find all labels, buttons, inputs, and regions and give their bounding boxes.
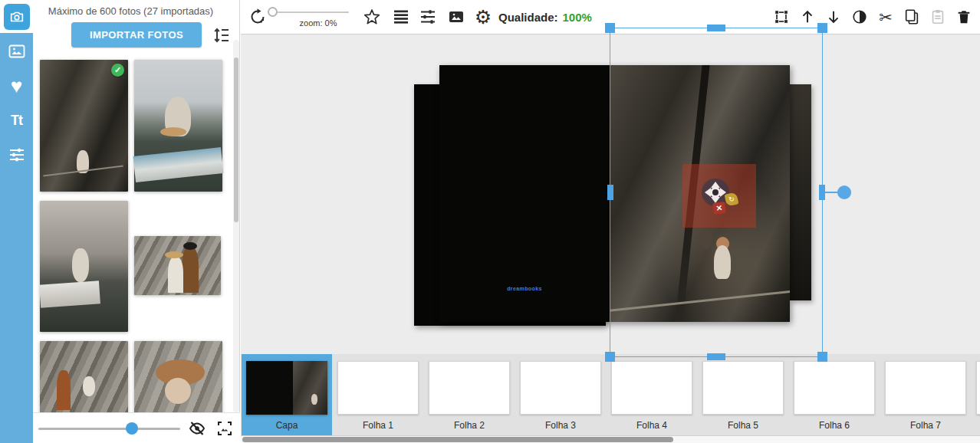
page-tile-capa[interactable]: Capa xyxy=(242,354,332,435)
fit-image-button[interactable] xyxy=(215,419,234,438)
photo-count-text: Máximo de 600 fotos (27 importadas) xyxy=(33,5,229,17)
background-image-button[interactable] xyxy=(446,0,466,34)
quality-value: 100% xyxy=(563,11,592,24)
import-photos-button[interactable]: IMPORTAR FOTOS xyxy=(71,22,202,48)
page-tile-folha-6[interactable]: Folha 6 xyxy=(789,354,880,435)
send-backward-button[interactable] xyxy=(825,7,842,27)
delete-button[interactable] xyxy=(955,7,972,27)
bring-forward-button[interactable] xyxy=(799,7,816,27)
photo-thumbnail-rock-canyon-couple[interactable]: ✓ xyxy=(40,60,128,192)
page-tile-folha-2[interactable]: Folha 2 xyxy=(424,354,515,435)
text-tool-icon: Tt xyxy=(11,113,22,129)
panel-scrollbar-thumb[interactable] xyxy=(234,57,238,222)
page-label: Folha 6 xyxy=(789,420,880,431)
photo-thumbnail-couple-marble[interactable] xyxy=(134,236,221,295)
settings-icon: ⚙ xyxy=(475,8,492,27)
fit-image-icon xyxy=(215,419,234,438)
line-spacing-icon xyxy=(212,26,231,44)
camera-button[interactable] xyxy=(4,4,30,30)
photo-thumbnail-woman-sitting[interactable] xyxy=(40,201,128,332)
zoom-value-label: zoom: 0% xyxy=(284,18,353,28)
layouts-button[interactable] xyxy=(391,0,411,34)
photobook-editor: ♥ Tt Máximo de 600 fotos (27 importadas)… xyxy=(0,0,980,443)
resize-handle-left[interactable] xyxy=(607,185,613,200)
thumbnail-size-slider[interactable] xyxy=(38,428,180,430)
hide-used-photos-icon xyxy=(188,419,206,438)
camera-icon xyxy=(8,8,25,25)
panel-scrollbar[interactable] xyxy=(233,40,239,412)
copy-button[interactable] xyxy=(903,7,920,27)
quality-indicator: Qualidade: 100% xyxy=(498,0,592,34)
page-label: Folha 4 xyxy=(607,420,697,431)
panel-footer xyxy=(33,412,240,443)
left-rail: ♥ Tt xyxy=(0,0,33,443)
page-tile-folha-3[interactable]: Folha 3 xyxy=(515,354,606,435)
quality-label: Qualidade: xyxy=(498,11,558,24)
page-tile-folha-1[interactable]: Folha 1 xyxy=(333,354,423,435)
cut-button[interactable]: ✂ xyxy=(877,7,894,27)
photo-thumbnail-hat-woman[interactable] xyxy=(134,341,222,418)
filmstrip-scrollbar[interactable] xyxy=(241,435,980,443)
sidebar-item-adjustments[interactable] xyxy=(0,142,33,168)
page-thumb-capa[interactable] xyxy=(246,361,327,415)
selection-box[interactable] xyxy=(610,28,823,357)
resize-handle-right[interactable] xyxy=(819,185,825,200)
filters-button[interactable] xyxy=(851,7,868,27)
filmstrip-scrollbar-thumb[interactable] xyxy=(242,437,673,442)
resize-handle-top-right[interactable] xyxy=(817,23,827,33)
page-tile-folha-4[interactable]: Folha 4 xyxy=(607,354,697,435)
sidebar-item-text[interactable]: Tt xyxy=(0,107,33,133)
resize-handle-bottom[interactable] xyxy=(707,353,725,360)
settings-button[interactable]: ⚙ xyxy=(473,0,493,34)
photos-icon xyxy=(8,42,26,61)
zoom-slider[interactable] xyxy=(272,11,349,13)
resize-handle-bottom-right[interactable] xyxy=(817,352,827,362)
page-tile-folha-5[interactable]: Folha 5 xyxy=(698,354,788,435)
page-tile-partial[interactable] xyxy=(972,354,980,435)
editor-stage: zoom: 0% ⚙ Qualidade: 100% xyxy=(241,0,980,443)
photo-thumbnail-man-rock[interactable] xyxy=(40,341,128,418)
page-tile-folha-7[interactable]: Folha 7 xyxy=(880,354,971,435)
adjustments-icon xyxy=(8,146,26,164)
used-check-icon: ✓ xyxy=(111,64,124,77)
photo-library-panel: Máximo de 600 fotos (27 importadas) IMPO… xyxy=(33,0,240,443)
sidebar-item-photos[interactable] xyxy=(0,38,33,64)
thumbnail-size-slider-handle[interactable] xyxy=(126,422,138,435)
zoom-slider-handle[interactable] xyxy=(268,7,278,17)
sort-order-button[interactable] xyxy=(212,26,231,44)
photo-thumbnail-woman-in-boat[interactable] xyxy=(134,60,222,192)
brand-logo: dreambooks xyxy=(439,286,610,291)
heart-icon: ♥ xyxy=(11,76,22,96)
resize-handle-bottom-left[interactable] xyxy=(605,352,615,362)
resize-handle-top-left[interactable] xyxy=(605,23,615,33)
page-label: Folha 5 xyxy=(698,420,788,431)
hide-used-photos-button[interactable] xyxy=(188,419,206,438)
pages-filmstrip: Capa Folha 1 Folha 2 Folha 3 Folha 4 Fol… xyxy=(241,354,980,435)
page-label: Capa xyxy=(242,420,332,431)
sidebar-item-favorites[interactable]: ♥ xyxy=(0,73,33,99)
transform-button[interactable] xyxy=(773,7,790,27)
page-label: Folha 3 xyxy=(515,420,606,431)
cut-icon: ✂ xyxy=(879,9,893,25)
resize-handle-top[interactable] xyxy=(707,25,725,31)
page-label: Folha 2 xyxy=(424,420,515,431)
page-label: Folha 1 xyxy=(333,420,423,431)
paste-button-disabled[interactable] xyxy=(929,7,946,27)
page-label: Folha 7 xyxy=(880,420,971,431)
rotate-button[interactable] xyxy=(248,0,268,34)
tune-button[interactable] xyxy=(418,0,438,34)
favorite-button[interactable] xyxy=(362,0,382,34)
rotate-handle[interactable] xyxy=(837,185,851,199)
